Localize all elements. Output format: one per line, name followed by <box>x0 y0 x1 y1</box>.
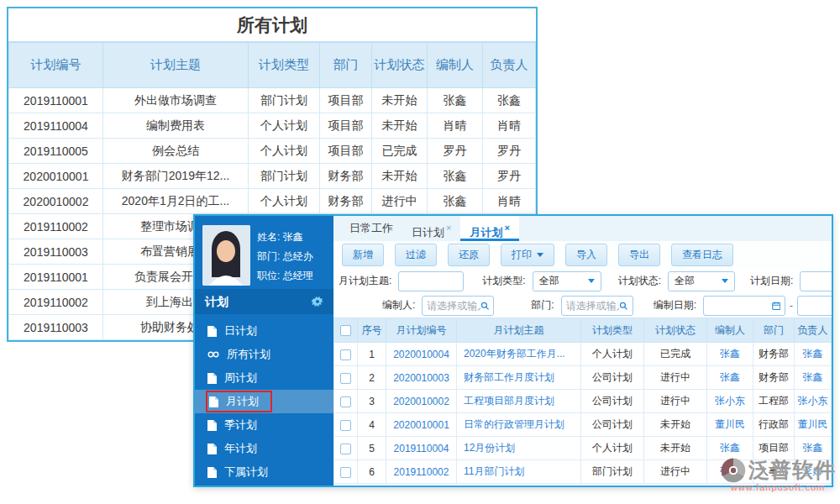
gear-icon[interactable] <box>312 296 323 307</box>
monthly-plan-window: 姓名: 张鑫 部门: 总经办 职位: 总经理 计划 日计划 所有计划 周计划 <box>193 214 833 487</box>
plan-subject-link[interactable]: 12月份计划 <box>457 437 581 460</box>
plan-subject-link[interactable]: 日常的行政管理月计划 <box>457 413 581 437</box>
select-all-checkbox[interactable] <box>340 325 351 336</box>
col-monthly-subject: 月计划主题 <box>457 318 581 343</box>
import-button[interactable]: 导入 <box>565 244 607 266</box>
cdate-from-field[interactable] <box>703 296 785 316</box>
title-value: 总经理 <box>283 270 313 281</box>
sidebar-item-subordinate-plan[interactable]: 下属计划 <box>195 460 333 484</box>
plan-subject-link[interactable]: 11月部门计划 <box>457 460 581 484</box>
tab-daily-work[interactable]: 日常工作 <box>340 216 402 241</box>
tab-bar: 日常工作 日计划× 月计划× <box>333 216 832 241</box>
department: 项目部 <box>320 139 372 164</box>
plan-status: 进行中 <box>644 390 707 413</box>
dept-label: 部门: <box>257 250 280 262</box>
tab-close-icon[interactable]: × <box>504 223 509 233</box>
plan-code-link[interactable]: 2019110002 <box>386 460 457 484</box>
sidebar-item-label: 下属计划 <box>224 465 268 480</box>
sidebar-item-monthly-plan[interactable]: 月计划 <box>195 390 333 413</box>
row-checkbox[interactable] <box>340 467 351 478</box>
creator-link[interactable]: 张鑫 <box>707 366 753 390</box>
plan-type: 部门计划 <box>249 164 320 189</box>
plan-subject: 编制费用表 <box>103 113 249 139</box>
type-filter-label: 计划类型: <box>482 274 525 288</box>
owner-link[interactable]: 张鑫 <box>795 366 832 390</box>
date-filter-label: 计划日期: <box>750 274 793 288</box>
dept-filter-field[interactable] <box>561 296 633 316</box>
department: 项目部 <box>320 88 372 113</box>
sidebar-item-yearly-plan[interactable]: 年计划 <box>195 437 333 460</box>
plan-code: 2019110002 <box>9 214 103 239</box>
department: 项目部 <box>320 113 372 139</box>
tab-daily-plan[interactable]: 日计划× <box>402 216 460 241</box>
search-icon[interactable] <box>480 301 489 311</box>
col-owner: 负责人 <box>483 43 536 88</box>
creator-link[interactable]: 张小东 <box>707 390 753 413</box>
plan-code-link[interactable]: 2020010001 <box>386 413 457 437</box>
row-index: 6 <box>358 460 386 484</box>
plan-code-link[interactable]: 2020010004 <box>386 343 457 366</box>
row-checkbox[interactable] <box>340 349 351 360</box>
creator-filter-field[interactable] <box>422 296 494 316</box>
status-filter-label: 计划状态: <box>618 274 661 288</box>
export-button[interactable]: 导出 <box>618 244 660 266</box>
plan-code-link[interactable]: 2020010002 <box>386 390 457 413</box>
subject-filter-input[interactable] <box>398 271 464 291</box>
row-checkbox[interactable] <box>340 444 351 454</box>
status-filter-select[interactable]: 全部 <box>668 271 735 291</box>
plan-subject: 例会总结 <box>103 139 249 164</box>
plan-type: 公司计划 <box>581 390 644 413</box>
table-row: 2020010001财务部门2019年12...部门计划财务部未开始张鑫罗丹 <box>9 164 536 189</box>
reset-button[interactable]: 还原 <box>448 244 490 266</box>
plan-code: 2019110004 <box>9 113 103 139</box>
file-icon <box>207 373 217 384</box>
type-filter-select[interactable]: 全部 <box>533 271 601 291</box>
plan-code-link[interactable]: 2020010003 <box>386 366 457 390</box>
tab-close-icon[interactable]: × <box>446 223 451 233</box>
row-checkbox[interactable] <box>340 373 351 384</box>
creator: 肖晴 <box>428 113 483 139</box>
watermark-brand-text: 泛普软件 <box>748 456 836 484</box>
sidebar-item-quarterly-plan[interactable]: 季计划 <box>195 413 333 437</box>
row-checkbox[interactable] <box>340 420 351 431</box>
dept-filter-input[interactable] <box>566 300 620 312</box>
col-plan-code: 计划编号 <box>9 43 103 88</box>
creator-link[interactable]: 张鑫 <box>707 343 753 366</box>
search-icon[interactable] <box>619 301 627 311</box>
sidebar-item-daily-plan[interactable]: 日计划 <box>195 319 333 343</box>
creator: 罗丹 <box>428 139 483 164</box>
date-filter-input[interactable] <box>800 271 832 291</box>
calendar-icon[interactable] <box>772 301 781 311</box>
row-checkbox[interactable] <box>340 396 351 407</box>
sidebar-item-all-plans[interactable]: 所有计划 <box>195 343 333 366</box>
cdate-to-input[interactable] <box>797 296 832 316</box>
add-button[interactable]: 新增 <box>342 244 384 266</box>
profile-dept-row: 部门: 总经办 <box>257 247 313 266</box>
filter-button[interactable]: 过滤 <box>395 244 437 266</box>
sidebar-item-weekly-plan[interactable]: 周计划 <box>195 366 333 390</box>
print-button[interactable]: 打印 <box>501 244 554 266</box>
row-select-cell <box>334 366 358 390</box>
owner-link[interactable]: 张鑫 <box>795 343 832 366</box>
plan-code: 2020010002 <box>9 189 103 214</box>
owner: 肖晴 <box>483 113 536 139</box>
view-log-button[interactable]: 查看日志 <box>671 244 733 266</box>
creator: 张鑫 <box>428 88 483 113</box>
table-row: 20200100022020年1月2日的工...个人计划财务部进行中张鑫肖晴 <box>9 189 536 214</box>
col-type: 计划类型 <box>581 318 644 343</box>
sidebar-item-label: 年计划 <box>224 441 257 456</box>
tab-monthly-plan[interactable]: 月计划× <box>460 216 518 241</box>
plan-subject-link[interactable]: 2020年财务部工作月... <box>457 343 581 366</box>
cdate-from-input[interactable] <box>708 300 771 312</box>
owner-link[interactable]: 张小东 <box>795 390 832 413</box>
sidebar-item-label: 周计划 <box>224 370 257 386</box>
owner-link[interactable]: 董川民 <box>795 413 832 437</box>
plan-subject-link[interactable]: 工程项目部月度计划 <box>457 390 581 413</box>
plan-code-link[interactable]: 2019110004 <box>386 437 457 460</box>
profile-name-row: 姓名: 张鑫 <box>257 228 313 247</box>
creator-filter-input[interactable] <box>427 300 480 312</box>
file-icon <box>209 396 218 407</box>
creator-link[interactable]: 董川民 <box>707 413 753 437</box>
plan-subject-link[interactable]: 财务部工作月度计划 <box>457 366 581 390</box>
user-profile: 姓名: 张鑫 部门: 总经办 职位: 总经理 <box>195 216 333 289</box>
